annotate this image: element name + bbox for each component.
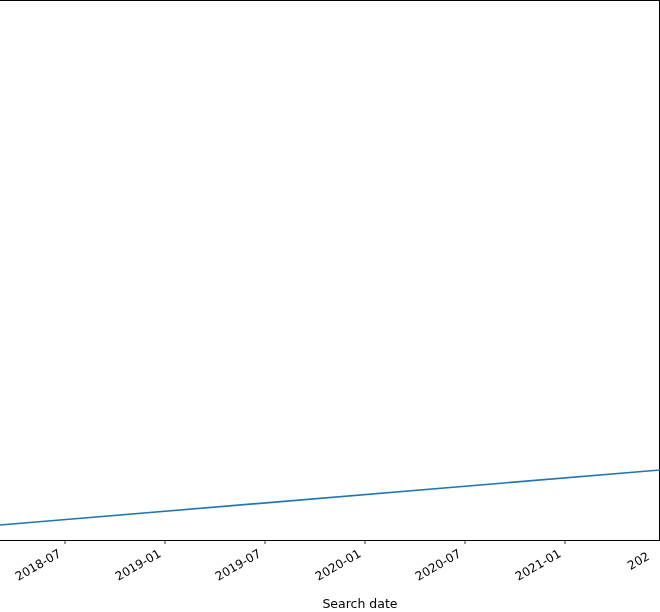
x-axis-label: Search date	[300, 596, 420, 611]
line-chart: 2018-072019-012019-072020-012020-072021-…	[0, 0, 660, 612]
chart-svg	[0, 0, 660, 612]
axes-frame	[0, 0, 660, 541]
series-1-line	[0, 470, 660, 525]
series-line	[0, 470, 660, 525]
